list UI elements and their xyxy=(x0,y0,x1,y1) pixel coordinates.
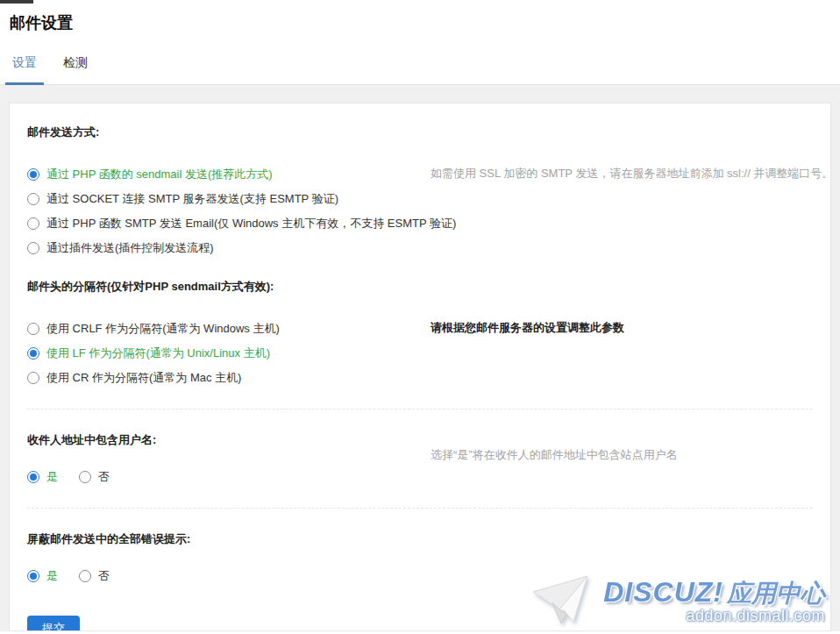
radio-selected-icon[interactable] xyxy=(27,168,39,181)
sections-container: 邮件发送方式:通过 PHP 函数的 sendmail 发送(推荐此方式)通过 S… xyxy=(27,125,813,584)
radio-group: 是否 xyxy=(27,568,813,584)
tab-settings[interactable]: 设置 xyxy=(5,55,44,85)
radio-group: 是否 xyxy=(27,469,813,485)
radio-option[interactable]: 是 xyxy=(27,469,58,485)
screen-edge-artifact xyxy=(0,0,33,4)
radio-label: 否 xyxy=(98,568,110,584)
radio-unselected-icon[interactable] xyxy=(27,323,39,335)
radio-label: 是 xyxy=(46,568,58,584)
settings-section: 邮件发送方式:通过 PHP 函数的 sendmail 发送(推荐此方式)通过 S… xyxy=(27,125,813,256)
radio-selected-icon[interactable] xyxy=(27,347,39,360)
settings-section: 邮件头的分隔符(仅针对PHP sendmail方式有效):使用 CRLF 作为分… xyxy=(27,279,813,386)
tab-bar: 设置检测 xyxy=(0,54,840,85)
radio-selected-icon[interactable] xyxy=(27,471,39,483)
page-title: 邮件设置 xyxy=(10,12,840,33)
radio-label: 通过 PHP 函数 SMTP 发送 Email(仅 Windows 主机下有效，… xyxy=(46,216,456,232)
section-hint: 选择“是”将在收件人的邮件地址中包含站点用户名 xyxy=(431,446,831,464)
radio-label: 使用 LF 作为分隔符(通常为 Unix/Linux 主机) xyxy=(46,345,270,361)
radio-unselected-icon[interactable] xyxy=(27,217,39,230)
radio-unselected-icon[interactable] xyxy=(27,372,39,384)
radio-dot xyxy=(30,573,37,580)
radio-unselected-icon[interactable] xyxy=(79,471,91,483)
page-header: 邮件设置 xyxy=(0,0,840,33)
page-background: 邮件发送方式:通过 PHP 函数的 sendmail 发送(推荐此方式)通过 S… xyxy=(0,85,840,631)
radio-option[interactable]: 使用 LF 作为分隔符(通常为 Unix/Linux 主机) xyxy=(27,345,813,361)
radio-dot xyxy=(30,171,37,178)
radio-label: 通过插件发送(插件控制发送流程) xyxy=(46,240,214,256)
radio-label: 通过 SOCKET 连接 SMTP 服务器发送(支持 ESMTP 验证) xyxy=(46,191,338,207)
settings-section: 屏蔽邮件发送中的全部错误提示:是否 xyxy=(27,508,813,584)
radio-selected-icon[interactable] xyxy=(27,570,39,582)
radio-option[interactable]: 否 xyxy=(79,568,110,584)
radio-option[interactable]: 否 xyxy=(79,469,110,485)
tab-detect[interactable]: 检测 xyxy=(56,55,95,82)
radio-dot xyxy=(30,474,37,481)
settings-section: 收件人地址中包含用户名:是否选择“是”将在收件人的邮件地址中包含站点用户名 xyxy=(27,409,813,485)
section-label: 邮件头的分隔符(仅针对PHP sendmail方式有效): xyxy=(27,279,813,295)
section-label: 邮件发送方式: xyxy=(27,125,813,140)
section-hint: 请根据您邮件服务器的设置调整此参数 xyxy=(431,319,831,337)
radio-label: 使用 CR 作为分隔符(通常为 Mac 主机) xyxy=(46,370,241,386)
radio-option[interactable]: 通过 PHP 函数 SMTP 发送 Email(仅 Windows 主机下有效，… xyxy=(27,216,813,232)
radio-label: 使用 CRLF 作为分隔符(通常为 Windows 主机) xyxy=(46,321,280,337)
section-hint: 如需使用 SSL 加密的 SMTP 发送，请在服务器地址前添加 ssl:// 并… xyxy=(431,165,831,182)
radio-option[interactable]: 使用 CR 作为分隔符(通常为 Mac 主机) xyxy=(27,370,813,386)
radio-label: 是 xyxy=(46,469,58,485)
radio-option[interactable]: 通过插件发送(插件控制发送流程) xyxy=(27,240,813,256)
section-label: 屏蔽邮件发送中的全部错误提示: xyxy=(27,531,813,547)
radio-unselected-icon[interactable] xyxy=(27,242,39,254)
radio-label: 否 xyxy=(98,469,110,485)
radio-dot xyxy=(30,350,37,357)
radio-option[interactable]: 通过 SOCKET 连接 SMTP 服务器发送(支持 ESMTP 验证) xyxy=(27,191,813,207)
radio-label: 通过 PHP 函数的 sendmail 发送(推荐此方式) xyxy=(46,167,273,182)
radio-option[interactable]: 是 xyxy=(27,568,58,584)
radio-unselected-icon[interactable] xyxy=(79,570,91,582)
submit-row: 提交 xyxy=(27,616,813,631)
settings-panel: 邮件发送方式:通过 PHP 函数的 sendmail 发送(推荐此方式)通过 S… xyxy=(9,103,831,631)
radio-unselected-icon[interactable] xyxy=(27,193,39,205)
submit-button[interactable]: 提交 xyxy=(27,616,80,631)
